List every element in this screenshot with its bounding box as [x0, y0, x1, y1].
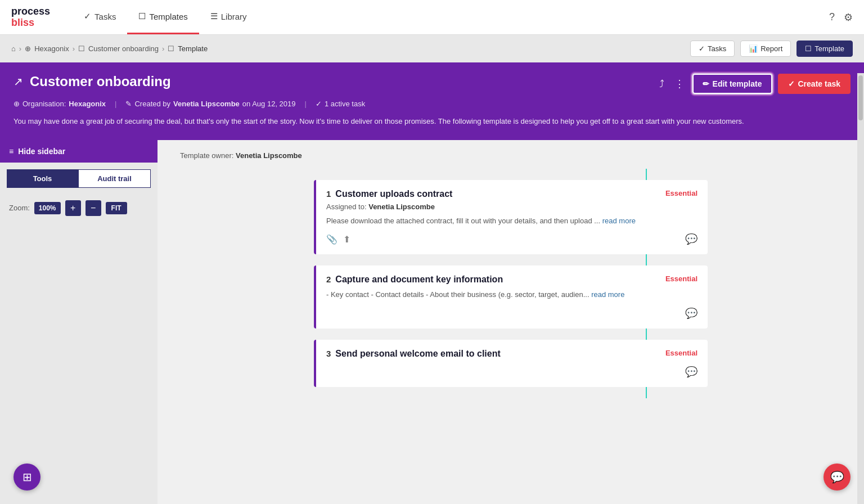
- task-2-desc: - Key contact - Contact details - About …: [326, 289, 698, 300]
- template-owner: Template owner: Venetia Lipscombe: [180, 151, 842, 160]
- task-2-title: Capture and document key information: [335, 274, 503, 285]
- task-3-title: Send personal welcome email to client: [335, 349, 500, 359]
- task-3-comment-button[interactable]: 💬: [685, 366, 698, 378]
- template-owner-name: Venetia Lipscombe: [236, 151, 302, 160]
- template-nav-icon: ☐: [138, 11, 146, 21]
- timeline-connector-0: [646, 169, 647, 180]
- task-1-title-group: 1 Customer uploads contract: [326, 189, 452, 199]
- task-2-title-group: 2 Capture and document key information: [326, 274, 503, 285]
- zoom-value: 100%: [34, 202, 61, 214]
- share-button[interactable]: ⤴: [657, 76, 667, 92]
- create-task-button[interactable]: ✓ Create task: [778, 74, 851, 94]
- logo-process: process: [11, 6, 50, 17]
- template-header-icon: ↗: [14, 75, 23, 88]
- task-3-badge: Essential: [665, 349, 698, 357]
- nav-right: ? ⚙: [829, 11, 853, 24]
- zoom-control: Zoom: 100% + − FIT: [0, 195, 158, 222]
- org-icon: ⊕: [14, 100, 20, 108]
- app-logo[interactable]: process bliss: [11, 6, 50, 29]
- breadcrumb-template: Template: [178, 44, 208, 53]
- timeline-connector-3: [646, 387, 647, 398]
- task-1-assigned: Assigned to: Venetia Lipscombe: [326, 202, 698, 211]
- task-1-number: 1: [326, 189, 331, 199]
- task-2-number: 2: [326, 274, 331, 284]
- edit-template-button[interactable]: ✏ Edit template: [692, 74, 772, 94]
- sidebar-tabs: Tools Audit trail: [7, 169, 151, 188]
- org-globe-icon: ⊕: [25, 44, 31, 53]
- audit-trail-tab[interactable]: Audit trail: [78, 169, 151, 188]
- create-task-check-icon: ✓: [788, 79, 795, 88]
- nav-templates[interactable]: ☐ Templates: [127, 0, 199, 34]
- meta-separator-2: |: [305, 100, 307, 108]
- task-2-comment-button[interactable]: 💬: [685, 307, 698, 320]
- breadcrumb: ⌂ › ⊕ Hexagonix › ☐ Customer onboarding …: [0, 35, 864, 62]
- template-bc-icon: ☐: [168, 44, 174, 53]
- task-1-attachment-icon[interactable]: 📎: [326, 234, 338, 245]
- template-group-icon: ☐: [78, 44, 85, 53]
- breadcrumb-separator-2: ›: [73, 44, 75, 53]
- main-content: ≡ Hide sidebar Tools Audit trail Zoom: 1…: [0, 140, 864, 504]
- task-1-assignee: Venetia Lipscombe: [368, 202, 435, 211]
- nav-library[interactable]: ☰ Library: [199, 0, 258, 34]
- meta-org: ⊕ Organisation: Hexagonix: [14, 100, 106, 108]
- task-1-upload-icon[interactable]: ⬆: [343, 234, 350, 245]
- creator-icon: ✎: [125, 100, 132, 108]
- library-icon: ☰: [210, 11, 218, 21]
- help-icon-button[interactable]: ?: [829, 11, 835, 23]
- scrollbar-thumb[interactable]: [858, 75, 863, 120]
- bc-report-button[interactable]: 📊 Report: [740, 40, 791, 57]
- more-options-button[interactable]: ⋮: [672, 75, 687, 92]
- hide-sidebar-button[interactable]: ≡ Hide sidebar: [0, 140, 158, 163]
- zoom-fit-button[interactable]: FIT: [106, 202, 127, 214]
- task-card-3: 3 Send personal welcome email to client …: [314, 340, 708, 387]
- bc-tasks-button[interactable]: ✓ Tasks: [690, 40, 735, 57]
- template-title: Customer onboarding: [30, 74, 171, 89]
- bc-template-icon: ☐: [805, 44, 812, 53]
- template-header-actions: ⤴ ⋮ ✏ Edit template ✓ Create task: [657, 74, 850, 94]
- template-header: ↗ Customer onboarding ⤴ ⋮ ✏ Edit templat…: [0, 62, 864, 140]
- tools-tab[interactable]: Tools: [7, 169, 78, 188]
- home-icon[interactable]: ⌂: [11, 44, 16, 53]
- template-content-area: Template owner: Venetia Lipscombe 1 Cust…: [158, 140, 864, 504]
- nav-items: ✓ Tasks ☐ Templates ☰ Library: [73, 0, 258, 34]
- breadcrumb-org[interactable]: Hexagonix: [34, 44, 69, 53]
- breadcrumb-template-group[interactable]: Customer onboarding: [88, 44, 159, 53]
- scrollbar-track[interactable]: [857, 73, 864, 504]
- meta-separator-1: |: [115, 100, 116, 108]
- chat-fab-button[interactable]: 💬: [824, 464, 850, 490]
- timeline-connector-1: [646, 254, 647, 266]
- timeline: 1 Customer uploads contract Essential As…: [180, 169, 842, 398]
- chat-icon: 💬: [830, 470, 844, 484]
- meta-creator: ✎ Created by Venetia Lipscombe on Aug 12…: [125, 100, 295, 108]
- check-icon: ✓: [84, 11, 91, 21]
- active-check-icon: ✓: [316, 100, 322, 108]
- bc-template-button[interactable]: ☐ Template: [796, 40, 853, 57]
- task-2-footer: 💬: [326, 307, 698, 320]
- top-navigation: process bliss ✓ Tasks ☐ Templates ☰ Libr…: [0, 0, 864, 35]
- task-3-footer: 💬: [326, 366, 698, 378]
- task-card-2: 2 Capture and document key information E…: [314, 266, 708, 328]
- sidebar: ≡ Hide sidebar Tools Audit trail Zoom: 1…: [0, 140, 158, 504]
- task-3-number: 3: [326, 349, 331, 358]
- bc-tasks-icon: ✓: [699, 44, 705, 53]
- breadcrumb-actions: ✓ Tasks 📊 Report ☐ Template: [690, 40, 853, 57]
- task-1-title: Customer uploads contract: [335, 189, 452, 199]
- logo-bliss: bliss: [11, 17, 50, 29]
- settings-icon-button[interactable]: ⚙: [844, 11, 853, 24]
- zoom-plus-button[interactable]: +: [65, 200, 81, 216]
- edit-pencil-icon: ✏: [703, 79, 709, 88]
- breadcrumb-separator-3: ›: [162, 44, 164, 53]
- task-2-read-more[interactable]: read more: [591, 290, 624, 299]
- meta-active: ✓ 1 active task: [316, 100, 365, 108]
- task-card-2-header: 2 Capture and document key information E…: [326, 274, 698, 285]
- screenshot-icon: ⊞: [22, 470, 32, 484]
- screenshot-fab-button[interactable]: ⊞: [14, 464, 40, 490]
- task-1-read-more[interactable]: read more: [602, 217, 636, 225]
- task-1-comment-button[interactable]: 💬: [685, 233, 698, 245]
- template-meta: ⊕ Organisation: Hexagonix | ✎ Created by…: [14, 100, 850, 108]
- zoom-minus-button[interactable]: −: [86, 200, 101, 216]
- nav-tasks[interactable]: ✓ Tasks: [73, 0, 127, 34]
- template-header-top: ↗ Customer onboarding ⤴ ⋮ ✏ Edit templat…: [14, 74, 850, 94]
- zoom-label: Zoom:: [9, 204, 30, 212]
- task-3-title-group: 3 Send personal welcome email to client: [326, 349, 501, 359]
